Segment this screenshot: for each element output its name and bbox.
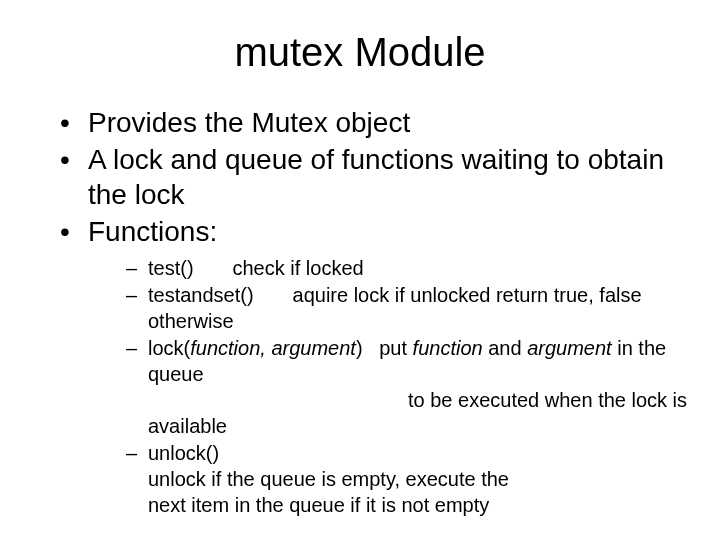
bullet-item: Functions: test() check if locked testan… (60, 214, 690, 518)
slide: mutex Module Provides the Mutex object A… (0, 0, 720, 540)
fn-desc: and (483, 337, 527, 359)
fn-name: testandset() (148, 284, 254, 306)
bullet-list: Provides the Mutex object A lock and que… (30, 105, 690, 518)
bullet-item: A lock and queue of functions waiting to… (60, 142, 690, 212)
slide-title: mutex Module (30, 30, 690, 75)
bullet-text: Functions: (88, 216, 217, 247)
fn-desc: put (379, 337, 412, 359)
fn-args: function, argument (190, 337, 356, 359)
fn-name-close: ) (356, 337, 363, 359)
sub-bullet-item: unlock() unlock if the queue is empty, e… (126, 440, 690, 518)
fn-desc-italic: function (413, 337, 483, 359)
fn-desc-cont: to be executed when the lock is (148, 387, 687, 413)
fn-name: test() (148, 257, 194, 279)
fn-name: unlock() (148, 440, 298, 466)
fn-desc: unlock if the queue is empty, execute th… (148, 466, 548, 518)
fn-name: lock( (148, 337, 190, 359)
fn-desc-cont: available (148, 415, 227, 437)
sub-bullet-list: test() check if locked testandset() aqui… (88, 255, 690, 518)
sub-bullet-item: testandset() aquire lock if unlocked ret… (126, 282, 690, 334)
fn-desc-italic: argument (527, 337, 612, 359)
bullet-item: Provides the Mutex object (60, 105, 690, 140)
sub-bullet-item: test() check if locked (126, 255, 690, 281)
fn-desc: check if locked (232, 257, 363, 279)
sub-bullet-item: lock(function, argument) put function an… (126, 335, 690, 439)
